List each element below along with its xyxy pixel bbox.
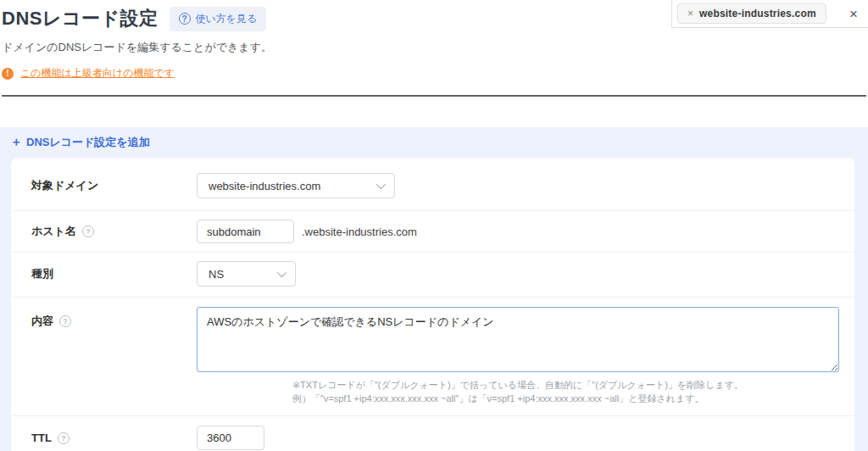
content-notes: ※TXTレコードが「"(ダブルクォート)」で括っている場合、自動的に「"(ダブル… — [292, 378, 743, 405]
record-type-label: 種別 — [31, 266, 53, 281]
add-dns-record-link[interactable]: ＋ DNSレコード設定を追加 — [0, 135, 868, 158]
chevron-down-icon — [376, 180, 386, 189]
target-domain-value: website-industries.com — [209, 180, 320, 192]
form-row-host-name: ホスト名 ? .website-industries.com — [11, 211, 854, 253]
chip-remove-icon[interactable]: × — [687, 8, 693, 19]
dns-record-form-card: 対象ドメイン website-industries.com ホスト名 ? .we… — [11, 158, 854, 451]
form-row-record-type: 種別 NS — [11, 253, 854, 298]
close-icon[interactable]: × — [848, 7, 860, 21]
domain-filter-popover: × website-industries.com × — [671, 0, 868, 28]
help-circle-icon[interactable]: ? — [58, 432, 70, 444]
section-divider — [2, 95, 866, 97]
how-to-use-button[interactable]: ? 使い方を見る — [170, 7, 267, 31]
target-domain-select[interactable]: website-industries.com — [197, 173, 395, 198]
chip-label: website-industries.com — [699, 8, 816, 19]
form-row-content: 内容 ? AWSのホストゾーンで確認できるNSレコードのドメイン ※TXTレコー… — [11, 298, 854, 416]
page-description: ドメインのDNSレコードを編集することができます。 — [2, 40, 866, 55]
add-dns-record-label: DNSレコード設定を追加 — [26, 135, 150, 150]
content-textarea[interactable]: AWSのホストゾーンで確認できるNSレコードのドメイン — [197, 307, 839, 372]
warning-icon: ! — [2, 68, 14, 80]
host-name-input[interactable] — [197, 220, 294, 243]
form-row-target-domain: 対象ドメイン website-industries.com — [11, 158, 854, 211]
plus-icon: ＋ — [10, 135, 22, 150]
form-row-ttl: TTL ? — [11, 416, 854, 451]
chevron-down-icon — [277, 268, 287, 277]
record-type-value: NS — [209, 268, 224, 281]
content-label: 内容 — [31, 314, 53, 329]
advanced-warning-link[interactable]: この機能は上級者向けの機能です — [20, 66, 175, 81]
domain-filter-chip[interactable]: × website-industries.com — [677, 3, 826, 24]
target-domain-label: 対象ドメイン — [31, 178, 98, 193]
help-circle-icon[interactable]: ? — [59, 315, 71, 327]
record-type-select[interactable]: NS — [197, 261, 296, 287]
ttl-label: TTL — [31, 432, 52, 444]
advanced-warning: ! この機能は上級者向けの機能です — [2, 66, 866, 81]
question-circle-icon: ? — [179, 13, 191, 25]
ttl-input[interactable] — [197, 426, 264, 450]
content-note-line2: 例）「"v=spf1 +ip4:xxx.xxx.xxx.xxx ~all"」は「… — [292, 392, 743, 405]
dns-settings-panel: ＋ DNSレコード設定を追加 対象ドメイン website-industries… — [0, 127, 868, 451]
domain-suffix: .website-industries.com — [302, 226, 417, 238]
help-circle-icon[interactable]: ? — [82, 226, 94, 237]
host-name-label: ホスト名 — [31, 224, 76, 239]
how-to-use-label: 使い方を見る — [196, 12, 258, 26]
page-title: DNSレコード設定 — [2, 6, 159, 31]
content-note-line1: ※TXTレコードが「"(ダブルクォート)」で括っている場合、自動的に「"(ダブル… — [292, 378, 743, 392]
